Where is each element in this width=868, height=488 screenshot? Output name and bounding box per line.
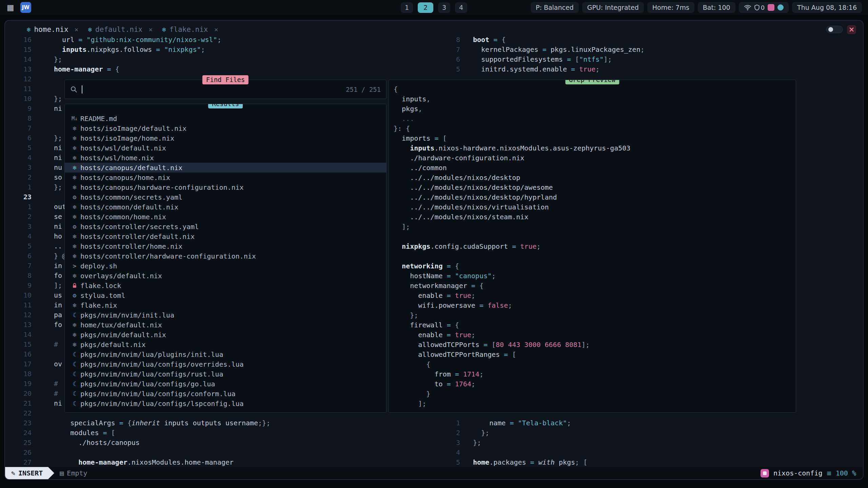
file-result-row[interactable]: ☾pkgs/nvim/nvim/init.lua (65, 310, 386, 320)
recording-indicator-icon[interactable] (768, 4, 774, 11)
workspace-button-1[interactable]: 1 (401, 2, 413, 13)
statusline-right: nixos-config ≡ 100 % (761, 469, 863, 477)
file-result-row[interactable]: ❄overlays/default.nix (65, 271, 386, 281)
workspace-button-2[interactable]: 2 (418, 2, 433, 13)
file-result-row[interactable]: ❄flake.nix (65, 300, 386, 310)
file-result-row[interactable]: ☾pkgs/nvim/nvim/lua/configs/conform.lua (65, 389, 386, 399)
file-result-row[interactable]: ❄hosts/controller/default.nix (65, 231, 386, 241)
tab-flake.nix[interactable]: ❄flake.nix× (162, 25, 218, 34)
workspace-button-3[interactable]: 3 (438, 2, 450, 13)
search-icon (70, 86, 78, 93)
file-result-label: pkgs/default.nix (80, 341, 146, 349)
preview-line: pkgs, (394, 104, 796, 114)
lua-icon: ☾ (69, 311, 80, 319)
code-line: ni (54, 399, 62, 408)
preview-line: ]; (394, 222, 796, 232)
line-number: 23 (5, 418, 32, 428)
file-result-row[interactable]: ❄hosts/canopus/home.nix (65, 172, 386, 182)
preview-line: hostName = "canopus"; (394, 271, 796, 281)
file-result-label: hosts/controller/home.nix (80, 242, 182, 250)
line-number: 22 (5, 408, 32, 418)
line-number: 3 (434, 438, 460, 448)
nix-icon: ❄ (69, 144, 80, 151)
file-result-label: hosts/canopus/home.nix (80, 174, 170, 182)
file-result-row[interactable]: ☾pkgs/nvim/nvim/lua/configs/overrides.lu… (65, 359, 386, 369)
file-result-row[interactable]: ❄pkgs/default.nix (65, 340, 386, 349)
file-result-label: hosts/canopus/default.nix (80, 164, 182, 172)
workspace-button-4[interactable]: 4 (455, 2, 467, 13)
file-result-row[interactable]: ❄hosts/isoImage/home.nix (65, 133, 386, 143)
line-number: 13 (5, 64, 32, 74)
preview-line: allowedTCPPorts = [80 443 3000 6666 8081… (394, 340, 796, 350)
tab-close-icon[interactable]: × (75, 25, 79, 34)
line-number: 8 (5, 271, 32, 281)
code-line: }; (473, 428, 489, 438)
tab-close-icon[interactable]: × (214, 25, 218, 34)
file-result-label: pkgs/nvim/nvim/lua/configs/conform.lua (80, 390, 236, 398)
shield-count: 0 (761, 4, 765, 11)
apps-menu-icon[interactable]: ▦ (7, 3, 14, 12)
line-number: 10 (5, 94, 32, 104)
line-number: 15 (5, 340, 32, 349)
file-result-row[interactable]: ❄home/tux/default.nix (65, 320, 386, 330)
file-result-label: hosts/isoImage/home.nix (80, 134, 174, 142)
preview-line: enable = true; (394, 291, 796, 301)
status-dot-icon[interactable] (777, 4, 784, 11)
file-result-label: pkgs/nvim/nvim/lua/plugins/init.lua (80, 350, 223, 359)
tab-home.nix[interactable]: ❄home.nix× (27, 25, 79, 34)
line-number: 5 (5, 241, 32, 251)
code-line: ]; (54, 281, 62, 290)
code-line: nu (54, 163, 62, 172)
file-result-label: flake.lock (80, 282, 121, 290)
file-result-row[interactable]: ☾pkgs/nvim/nvim/lua/configs/go.lua (65, 379, 386, 389)
window-pin-toggle[interactable] (826, 26, 843, 33)
file-result-row[interactable]: M↓README.md (65, 114, 386, 123)
tab-bar: ❄home.nix×❄default.nix×❄flake.nix× × (5, 21, 863, 36)
file-result-row[interactable]: flake.lock (65, 281, 386, 290)
line-number: 12 (5, 74, 32, 84)
file-result-row[interactable]: ❄hosts/controller/home.nix (65, 241, 386, 251)
tab-close-icon[interactable]: × (149, 25, 153, 34)
shield-icon[interactable]: 0 (754, 4, 765, 11)
tab-default.nix[interactable]: ❄default.nix× (88, 25, 153, 34)
file-result-row[interactable]: ☾pkgs/nvim/nvim/lua/configs/lspconfig.lu… (65, 399, 386, 408)
code-line: home.packages = with pkgs; [ (473, 458, 587, 467)
file-result-row[interactable]: ❄pkgs/nvim/default.nix (65, 330, 386, 340)
line-number: 7 (5, 261, 32, 271)
file-result-row[interactable]: ❄hosts/wsl/default.nix (65, 143, 386, 153)
file-result-row[interactable]: ❄hosts/canopus/default.nix (65, 163, 386, 172)
file-result-row[interactable]: ⚙hosts/common/secrets.yaml (65, 192, 386, 202)
wifi-icon[interactable] (744, 4, 751, 11)
file-result-row[interactable]: ❄hosts/canopus/hardware-configuration.ni… (65, 182, 386, 192)
top-bar: ▦ JW 1234 P: BalancedGPU: IntegratedHome… (0, 0, 868, 15)
file-result-row[interactable]: ❄hosts/common/default.nix (65, 202, 386, 212)
topbar-right: P: BalancedGPU: IntegratedHome: 7msBat: … (531, 2, 868, 13)
line-number: 27 (5, 458, 32, 467)
preview-line: networking = { (394, 261, 796, 271)
file-result-row[interactable]: ❄hosts/wsl/home.nix (65, 153, 386, 163)
file-result-label: flake.nix (80, 301, 117, 309)
powerline-separator (48, 467, 54, 479)
file-result-label: pkgs/nvim/default.nix (80, 331, 166, 339)
code-line: # (54, 340, 58, 349)
file-result-row[interactable]: ❄hosts/isoImage/default.nix (65, 123, 386, 133)
file-result-row[interactable]: ⚙hosts/controller/secrets.yaml (65, 222, 386, 231)
code-line: }; (54, 94, 62, 104)
line-number: 9 (5, 281, 32, 290)
file-result-row[interactable]: ⚙stylua.toml (65, 290, 386, 300)
file-result-row[interactable]: ❄hosts/controller/hardware-configuration… (65, 251, 386, 261)
app-logo[interactable]: JW (20, 2, 31, 13)
line-number: 1 (434, 418, 460, 428)
file-result-row[interactable]: ❄hosts/common/home.nix (65, 212, 386, 222)
line-number: 6 (5, 133, 32, 143)
file-result-row[interactable]: ☾pkgs/nvim/nvim/lua/configs/rust.lua (65, 369, 386, 379)
results-title: Results (208, 104, 243, 108)
file-result-row[interactable]: >deploy.sh (65, 261, 386, 271)
file-result-row[interactable]: ☾pkgs/nvim/nvim/lua/plugins/init.lua (65, 349, 386, 359)
preview-line: wifi.powersave = false; (394, 301, 796, 310)
preview-line: }; (394, 310, 796, 320)
window-close-button[interactable]: × (847, 25, 856, 34)
file-result-label: README.md (80, 115, 117, 123)
file-result-label: stylua.toml (80, 291, 125, 300)
find-files-prompt[interactable]: Find Files 251 / 251 (64, 80, 387, 99)
